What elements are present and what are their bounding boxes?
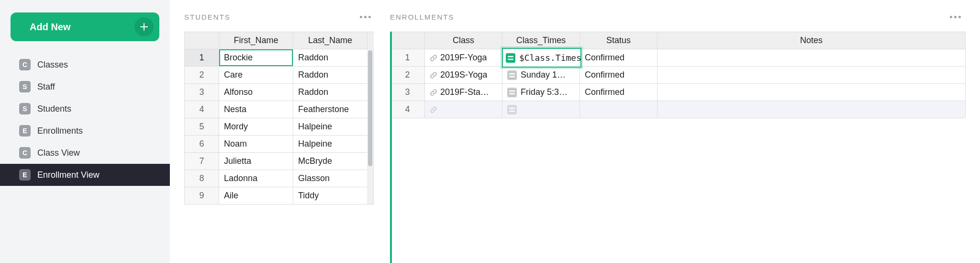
add-new-button[interactable]: Add New <box>11 12 159 41</box>
cell-last-name[interactable]: Halpeine <box>293 136 368 153</box>
row-number[interactable]: 3 <box>185 84 219 101</box>
column-header-last-name[interactable]: Last_Name <box>293 32 368 49</box>
cell-first-name[interactable]: Aile <box>219 187 293 205</box>
column-header-class-times[interactable]: Class_Times <box>502 32 580 49</box>
cell-class-times[interactable] <box>502 101 580 118</box>
scrollbar[interactable] <box>367 49 374 205</box>
cell-first-name[interactable]: Ladonna <box>219 170 293 187</box>
cell-class[interactable] <box>425 101 502 118</box>
cell-last-name[interactable]: Raddon <box>293 67 368 84</box>
table-row[interactable]: 1 Brockie Raddon <box>185 49 374 67</box>
sidebar-item-enrollment-view[interactable]: E Enrollment View <box>0 164 170 186</box>
cell-notes[interactable] <box>657 49 966 67</box>
enrollments-menu-icon[interactable] <box>950 16 961 18</box>
students-panel: STUDENTS First_Name Last_Name 1 Brockie … <box>170 0 376 263</box>
row-number[interactable]: 5 <box>185 118 219 136</box>
sidebar-item-class-view[interactable]: C Class View <box>0 142 170 164</box>
sidebar-badge: E <box>19 125 31 137</box>
cell-class[interactable]: 2019F-Yoga <box>425 49 502 67</box>
enrollments-grid: Class Class_Times Status Notes 1 2019F-Y… <box>390 32 966 118</box>
cell-last-name[interactable]: Glasson <box>293 170 368 187</box>
cell-status[interactable] <box>580 101 657 118</box>
students-menu-icon[interactable] <box>360 16 371 18</box>
row-number[interactable]: 9 <box>185 187 219 205</box>
cell-last-name[interactable]: Tiddy <box>293 187 368 205</box>
column-header-class[interactable]: Class <box>425 32 502 49</box>
cell-class-times[interactable]: Sunday 1… <box>502 67 580 84</box>
table-row[interactable]: 3 Alfonso Raddon <box>185 84 374 101</box>
sidebar-item-enrollments[interactable]: E Enrollments <box>0 120 170 142</box>
column-header-notes[interactable]: Notes <box>657 32 966 49</box>
row-number-header[interactable] <box>390 32 425 49</box>
sidebar-item-label: Students <box>37 104 71 114</box>
row-number[interactable]: 7 <box>185 153 219 170</box>
cell-class[interactable]: 2019F-Sta… <box>425 84 502 101</box>
cell-first-name[interactable]: Care <box>219 67 293 84</box>
cell-last-name[interactable]: Featherstone <box>293 101 368 118</box>
sidebar-badge: S <box>19 81 31 92</box>
svg-rect-8 <box>509 93 515 94</box>
sidebar-item-label: Enrollments <box>37 126 83 136</box>
cell-class-times[interactable]: Friday 5:3… <box>502 84 580 101</box>
cell-status[interactable]: Confirmed <box>580 67 657 84</box>
table-row[interactable]: 2 Care Raddon <box>185 67 374 84</box>
cell-first-name[interactable]: Julietta <box>219 153 293 170</box>
row-number-header[interactable] <box>185 32 219 49</box>
table-row[interactable]: 9 Aile Tiddy <box>185 187 374 205</box>
cell-first-name[interactable]: Brockie <box>219 49 293 67</box>
plus-icon <box>134 17 154 36</box>
table-row[interactable]: 6 Noam Halpeine <box>185 136 374 153</box>
column-header-first-name[interactable]: First_Name <box>219 32 293 49</box>
svg-rect-9 <box>507 105 517 114</box>
cell-notes[interactable] <box>657 101 966 118</box>
cell-notes[interactable] <box>657 67 966 84</box>
row-number[interactable]: 1 <box>390 49 425 67</box>
cell-first-name[interactable]: Mordy <box>219 118 293 136</box>
row-number[interactable]: 8 <box>185 170 219 187</box>
svg-rect-4 <box>509 73 515 74</box>
link-icon <box>430 89 437 96</box>
table-row-blank[interactable]: 4 <box>390 101 966 118</box>
cell-notes[interactable] <box>657 84 966 101</box>
sidebar-item-staff[interactable]: S Staff <box>0 76 170 98</box>
cell-last-name[interactable]: McBryde <box>293 153 368 170</box>
cell-first-name[interactable]: Noam <box>219 136 293 153</box>
cell-last-name[interactable]: Raddon <box>293 49 368 67</box>
cell-status[interactable]: Confirmed <box>580 84 657 101</box>
sidebar-badge: E <box>19 169 31 181</box>
table-row[interactable]: 4 Nesta Featherstone <box>185 101 374 118</box>
sidebar-badge: C <box>19 59 31 70</box>
cell-class[interactable]: 2019S-Yoga <box>425 67 502 84</box>
formula-editor[interactable]: $Class.Times <box>502 48 581 68</box>
svg-rect-5 <box>509 76 515 77</box>
sidebar-item-label: Enrollment View <box>37 170 100 180</box>
row-number[interactable]: 4 <box>185 101 219 118</box>
table-row[interactable]: 5 Mordy Halpeine <box>185 118 374 136</box>
cell-last-name[interactable]: Halpeine <box>293 118 368 136</box>
table-row[interactable]: 8 Ladonna Glasson <box>185 170 374 187</box>
row-number[interactable]: 2 <box>185 67 219 84</box>
cell-first-name[interactable]: Alfonso <box>219 84 293 101</box>
cell-last-name[interactable]: Raddon <box>293 84 368 101</box>
svg-rect-11 <box>509 110 515 112</box>
row-number[interactable]: 1 <box>185 49 219 67</box>
row-number[interactable]: 6 <box>185 136 219 153</box>
active-panel-indicator <box>390 32 392 263</box>
sidebar-item-students[interactable]: S Students <box>0 98 170 120</box>
cell-first-name[interactable]: Nesta <box>219 101 293 118</box>
column-header-status[interactable]: Status <box>580 32 657 49</box>
row-number[interactable]: 2 <box>390 67 425 84</box>
cell-status[interactable]: Confirmed <box>580 49 657 67</box>
main: STUDENTS First_Name Last_Name 1 Brockie … <box>170 0 980 263</box>
cell-class-text: 2019S-Yoga <box>440 70 487 80</box>
sidebar-item-classes[interactable]: C Classes <box>0 54 170 76</box>
row-number[interactable]: 3 <box>390 84 425 101</box>
enrollments-panel: ENROLLMENTS Class Class_Times Status Not… <box>376 0 980 263</box>
row-number[interactable]: 4 <box>390 101 425 118</box>
cell-class-times[interactable]: $Class.Times <box>502 49 580 67</box>
table-row[interactable]: 7 Julietta McBryde <box>185 153 374 170</box>
table-row[interactable]: 3 2019F-Sta… Friday 5:3… Confirmed <box>390 84 966 101</box>
table-row[interactable]: 1 2019F-Yoga $Class.Times <box>390 49 966 67</box>
table-row[interactable]: 2 2019S-Yoga Sunday 1… Confirmed <box>390 67 966 84</box>
add-new-label: Add New <box>30 22 71 33</box>
